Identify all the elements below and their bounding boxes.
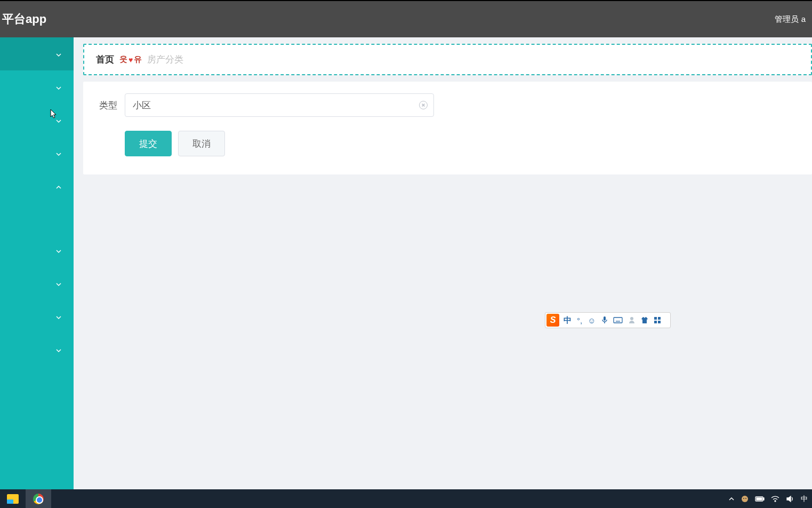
ime-mic-icon[interactable] — [601, 316, 608, 324]
chevron-down-icon — [55, 280, 62, 287]
type-input-wrap — [125, 93, 434, 117]
tray-chevron-up-icon[interactable] — [728, 496, 735, 502]
form-row-type: 类型 — [96, 93, 799, 117]
type-input[interactable] — [125, 93, 434, 117]
chevron-down-icon — [55, 150, 62, 156]
breadcrumb-home[interactable]: 首页 — [96, 53, 114, 66]
chevron-down-icon — [55, 117, 62, 123]
svg-rect-12 — [658, 317, 661, 320]
sidebar-item-1[interactable] — [0, 37, 74, 70]
sidebar-item-4[interactable] — [0, 137, 74, 170]
svg-point-17 — [745, 498, 746, 499]
svg-rect-20 — [757, 498, 762, 500]
form-actions: 提交 取消 — [125, 131, 799, 156]
type-label: 类型 — [96, 99, 117, 112]
ime-lang-label[interactable]: 中 — [564, 315, 572, 326]
svg-point-16 — [743, 498, 744, 499]
breadcrumb-current: 房产分类 — [147, 53, 183, 66]
ime-keyboard-icon[interactable] — [613, 317, 623, 323]
svg-rect-2 — [604, 316, 606, 321]
chevron-down-icon — [55, 346, 62, 353]
chevron-down-icon — [55, 247, 62, 253]
chevron-down-icon — [55, 313, 62, 320]
app-header: 平台app 管理员 a — [0, 1, 812, 37]
current-user-label[interactable]: 管理员 a — [775, 14, 806, 25]
system-tray: 中 — [728, 494, 812, 504]
ime-toolbar[interactable]: S 中 °, ☺ — [545, 312, 671, 328]
sidebar-item-7[interactable] — [0, 267, 74, 300]
ime-punct-icon[interactable]: °, — [577, 316, 582, 325]
breadcrumb-decor-icon: 웃♥유 — [119, 54, 142, 65]
svg-rect-4 — [614, 318, 622, 323]
chevron-down-icon — [55, 51, 62, 57]
breadcrumb-card: 首页 웃♥유 房产分类 — [83, 44, 812, 75]
svg-rect-14 — [658, 321, 661, 323]
taskbar: 中 — [0, 489, 812, 508]
tray-volume-icon[interactable] — [786, 495, 794, 503]
sidebar-item-2[interactable] — [0, 70, 74, 104]
tray-app-icon[interactable] — [741, 495, 749, 503]
ime-logo-icon[interactable]: S — [546, 314, 559, 327]
sidebar-item-3[interactable] — [0, 104, 74, 137]
ime-user-icon[interactable] — [628, 316, 636, 324]
sidebar-item-8[interactable] — [0, 300, 74, 333]
app-title: 平台app — [0, 11, 46, 27]
chevron-down-icon — [55, 84, 62, 90]
sidebar — [0, 37, 74, 489]
taskbar-chrome-icon[interactable] — [26, 489, 51, 508]
ime-shirt-icon[interactable] — [641, 316, 648, 324]
tray-battery-icon[interactable] — [755, 496, 765, 502]
sidebar-subitem[interactable] — [0, 203, 74, 234]
tray-ime-label[interactable]: 中 — [801, 494, 808, 504]
form-card: 类型 提交 取消 — [83, 82, 812, 174]
cancel-button[interactable]: 取消 — [178, 131, 225, 156]
submit-button[interactable]: 提交 — [125, 131, 172, 156]
main-content: 首页 웃♥유 房产分类 类型 提交 取消 — [74, 37, 812, 489]
tray-wifi-icon[interactable] — [771, 495, 779, 503]
taskbar-explorer-icon[interactable] — [0, 489, 26, 508]
svg-rect-11 — [654, 317, 657, 320]
svg-point-21 — [775, 501, 776, 502]
svg-point-15 — [742, 496, 748, 502]
sidebar-item-6[interactable] — [0, 234, 74, 267]
svg-point-10 — [630, 317, 633, 320]
breadcrumb: 首页 웃♥유 房产分类 — [84, 45, 811, 74]
svg-rect-19 — [763, 498, 764, 500]
ime-emoji-icon[interactable]: ☺ — [588, 316, 596, 325]
ime-grid-icon[interactable] — [654, 316, 661, 324]
sidebar-item-9[interactable] — [0, 333, 74, 366]
svg-rect-13 — [654, 321, 657, 323]
sidebar-item-5[interactable] — [0, 170, 74, 203]
chevron-up-icon — [55, 183, 62, 189]
clear-icon[interactable] — [419, 101, 428, 109]
